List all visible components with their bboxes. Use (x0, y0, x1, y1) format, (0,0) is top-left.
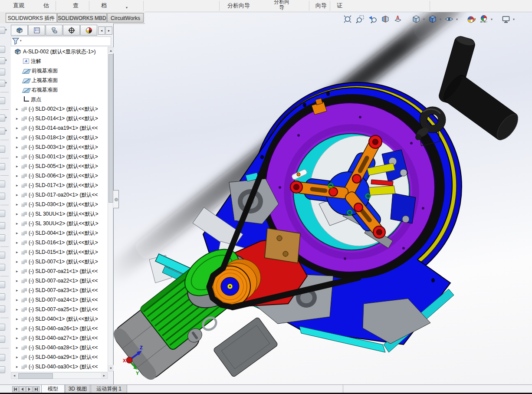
first-tab-button[interactable] (12, 386, 19, 392)
dropdown-caret-icon[interactable]: ▾ (126, 6, 128, 10)
scroll-down-icon[interactable]: ▼ (108, 365, 114, 371)
tab-propertymanager[interactable] (28, 25, 45, 36)
tree-vertical-scrollbar[interactable]: ▲ ▼ (108, 47, 113, 371)
tree-root-row[interactable]: A-SLD-002 (默认<显示状态-1>) (11, 47, 108, 56)
tree-component-row[interactable]: (-) SLD-014<1> (默认<<默认> (11, 114, 108, 123)
tree-row-right-plane[interactable]: 右视基准面 (11, 85, 108, 95)
toolbar-icon[interactable] (0, 281, 5, 288)
apply-scene-caret-icon[interactable]: ▾ (491, 17, 493, 21)
view-orientation-caret-icon[interactable]: ▾ (423, 17, 425, 21)
expand-icon[interactable] (16, 228, 20, 238)
panel-splitter-handle[interactable] (113, 190, 119, 208)
expand-icon[interactable] (16, 276, 20, 286)
expand-icon[interactable] (16, 286, 20, 295)
annotation-view-icon[interactable]: A (393, 14, 403, 24)
tab-featuremanager[interactable] (11, 25, 28, 36)
scrollbar-thumb[interactable] (108, 54, 113, 203)
expand-icon[interactable] (16, 209, 20, 219)
display-style-caret-icon[interactable]: ▾ (440, 17, 441, 21)
expand-icon[interactable] (16, 314, 20, 324)
toolbar-icon[interactable] (0, 57, 5, 64)
component-label[interactable]: (-) SLD-007<1> (默认<<默认> (29, 257, 98, 266)
tree-row-front-plane[interactable]: 前视基准面 (11, 66, 108, 76)
component-label[interactable]: (-) SLD-040-oa29<1> (默认<< (29, 352, 98, 362)
toolbar-icon[interactable] (0, 27, 5, 34)
tree-component-row[interactable]: (-) SL 30UU<2> (默认<<默认> (11, 219, 108, 228)
prev-tab-button[interactable] (19, 386, 26, 392)
display-style-icon[interactable] (428, 14, 437, 24)
expand-icon[interactable] (16, 114, 20, 123)
component-label[interactable]: (-) SLD-003<1> (默认<<默认> (29, 142, 98, 152)
component-label[interactable]: (-) SLD-007-oa22<1> (默认<< (29, 276, 98, 286)
component-label[interactable]: (-) SLD-004<1> (默认<<默认> (29, 228, 98, 238)
tree-component-row[interactable]: (-) SLD-040-oa30<1> (默认<< (11, 362, 108, 371)
component-label[interactable]: (-) SL 30UU<2> (默认<<默认> (29, 219, 99, 228)
component-label[interactable]: (-) SLD-007-oa23<1> (默认<< (29, 286, 98, 295)
panel-tab-scroll-left[interactable]: ◂ (98, 26, 105, 35)
dropdown-caret-icon[interactable]: ▾ (5, 59, 7, 62)
expand-icon[interactable] (16, 266, 20, 276)
tree-component-row[interactable]: (-) SLD-015<1> (默认<<默认> (11, 247, 108, 257)
tree-component-row[interactable]: (-) SLD-014-oa19<1> (默认<< (11, 123, 108, 133)
tree-component-row[interactable]: (-) SLD-007-oa23<1> (默认<< (11, 286, 108, 295)
edit-appearance-icon[interactable] (466, 14, 476, 24)
expand-icon[interactable] (16, 238, 20, 247)
expand-icon[interactable] (16, 295, 20, 305)
tree-item-label[interactable]: 上视基准面 (32, 76, 58, 85)
toolbar-icon[interactable] (0, 193, 5, 200)
toolbar-icon[interactable] (0, 366, 5, 373)
expand-icon[interactable] (16, 123, 20, 133)
tree-component-row[interactable]: (-) SLD-040-oa26<1> (默认<< (11, 324, 108, 333)
toolbar-icon[interactable] (0, 210, 5, 217)
last-tab-button[interactable] (33, 386, 39, 392)
tree-row-origin[interactable]: 原点 (11, 95, 108, 104)
component-label[interactable]: (-) SLD-040-oa27<1> (默认<< (29, 333, 98, 343)
ribbon-button[interactable]: 查 (73, 2, 79, 10)
tree-component-row[interactable]: (-) SLD-040-oa29<1> (默认<< (11, 352, 108, 362)
expand-icon[interactable] (16, 257, 20, 266)
tree-item-label[interactable]: 前视基准面 (32, 66, 58, 76)
component-label[interactable]: (-) SLD-030<1> (默认<<默认> (29, 200, 98, 209)
expand-icon[interactable] (16, 219, 20, 228)
expand-icon[interactable] (16, 152, 20, 161)
tree-component-row[interactable]: (-) SLD-007-oa21<1> (默认<< (11, 266, 108, 276)
tab-displaymanager[interactable] (80, 25, 97, 36)
ribbon-button[interactable]: 直观 (13, 2, 24, 10)
expand-icon[interactable] (16, 352, 20, 362)
toolbar-icon[interactable] (0, 97, 5, 104)
tab-solidworks-mbd[interactable]: SOLIDWORKS MBD (57, 13, 107, 23)
tree-horizontal-scrollbar[interactable]: ◄ ► (11, 372, 108, 379)
component-label[interactable]: (-) SLD-005<1> (默认<<默认> (29, 161, 98, 171)
tab-3d-views[interactable]: 3D 视图 (65, 385, 90, 393)
component-label[interactable]: (-) SLD-006<1> (默认<<默认> (29, 171, 98, 181)
tree-component-row[interactable]: (-) SLD-040<1> (默认<<默认> (11, 314, 108, 324)
ribbon-button[interactable]: 分析向导 (227, 2, 250, 10)
toolbar-icon[interactable] (0, 305, 5, 312)
tree-item-label[interactable]: 注解 (31, 56, 41, 66)
component-label[interactable]: (-) SLD-017-oa20<1> (默认<< (29, 190, 98, 200)
graphics-viewport[interactable]: X Z Y A (114, 12, 532, 384)
ribbon-button[interactable]: 证 (337, 2, 342, 10)
expand-icon[interactable] (16, 133, 20, 142)
expand-icon[interactable] (16, 104, 20, 114)
3d-model-view[interactable]: X Z Y (114, 12, 532, 384)
tree-component-row[interactable]: (-) SLD-018<1> (默认<<默认> (11, 133, 108, 142)
tab-solidworks-addins[interactable]: SOLIDWORKS 插件 (6, 13, 57, 23)
expand-icon[interactable] (16, 247, 20, 257)
expand-icon[interactable] (16, 171, 20, 181)
expand-icon[interactable] (16, 190, 20, 200)
component-label[interactable]: (-) SL 30UU<1> (默认<<默认> (29, 209, 99, 219)
ribbon-button[interactable]: 估 (43, 2, 49, 10)
tree-component-row[interactable]: (-) SLD-017-oa20<1> (默认<< (11, 190, 108, 200)
toolbar-icon[interactable] (0, 252, 5, 259)
section-view-icon[interactable] (381, 14, 390, 24)
tab-circuitworks[interactable]: CircuitWorks (107, 13, 144, 23)
tree-component-row[interactable]: (-) SLD-007-oa25<1> (默认<< (11, 305, 108, 314)
tree-component-row[interactable]: (-) SLD-005<1> (默认<<默认> (11, 161, 108, 171)
dropdown-caret-icon[interactable]: ▾ (5, 81, 7, 85)
expand-icon[interactable] (16, 200, 20, 209)
tree-row-top-plane[interactable]: 上视基准面 (11, 76, 108, 85)
filter-funnel-icon[interactable] (12, 38, 20, 45)
tree-component-row[interactable]: (-) SL 30UU<1> (默认<<默认> (11, 209, 108, 219)
zoom-to-area-icon[interactable] (355, 14, 365, 24)
